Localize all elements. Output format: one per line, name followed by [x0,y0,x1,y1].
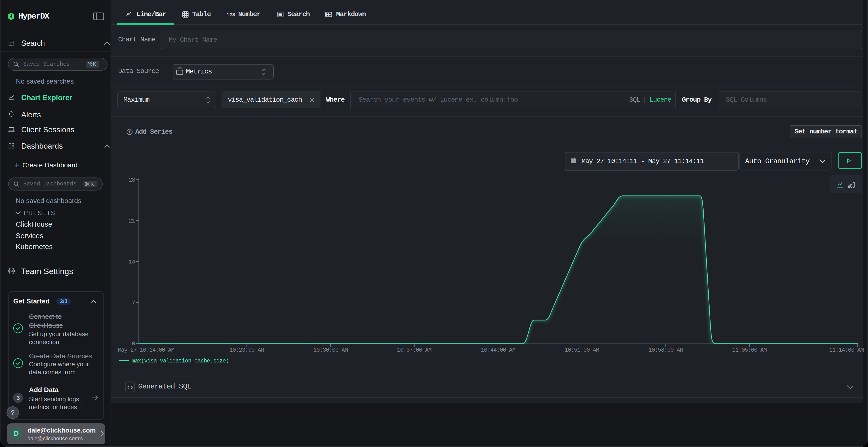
svg-text:7: 7 [132,300,135,306]
svg-text:10:51:00 AM: 10:51:00 AM [564,347,599,353]
svg-text:10:30:00 AM: 10:30:00 AM [313,347,348,353]
svg-text:11:05:00 AM: 11:05:00 AM [732,347,767,353]
svg-text:10:37:00 AM: 10:37:00 AM [397,347,431,353]
svg-text:May 27 10:14:00 AM: May 27 10:14:00 AM [118,347,174,353]
svg-text:max(visa_validation_cache.size: max(visa_validation_cache.size) [132,358,229,364]
svg-text:10:44:00 AM: 10:44:00 AM [481,347,515,353]
svg-text:21: 21 [129,218,135,224]
svg-text:11:14:00 AM: 11:14:00 AM [829,347,864,353]
svg-text:10:23:00 AM: 10:23:00 AM [229,347,264,353]
svg-text:10:58:00 AM: 10:58:00 AM [648,347,683,353]
svg-text:28: 28 [129,177,135,183]
svg-text:14: 14 [129,259,135,265]
svg-text:0: 0 [132,341,135,347]
